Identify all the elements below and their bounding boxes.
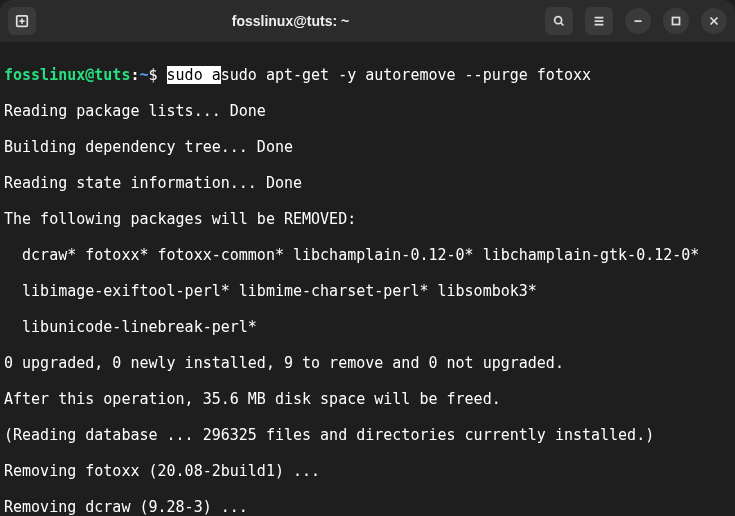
- search-button[interactable]: [545, 7, 573, 35]
- command-highlighted: sudo a: [167, 66, 221, 84]
- svg-point-3: [555, 17, 562, 24]
- output-line: 0 upgraded, 0 newly installed, 9 to remo…: [4, 354, 731, 372]
- output-line: dcraw* fotoxx* fotoxx-common* libchampla…: [4, 246, 731, 264]
- output-line: libimage-exiftool-perl* libmime-charset-…: [4, 282, 731, 300]
- output-line: Building dependency tree... Done: [4, 138, 731, 156]
- titlebar: fosslinux@tuts: ~: [0, 0, 735, 42]
- prompt-path: ~: [139, 66, 148, 84]
- output-line: After this operation, 35.6 MB disk space…: [4, 390, 731, 408]
- output-line: The following packages will be REMOVED:: [4, 210, 731, 228]
- terminal-output[interactable]: fosslinux@tuts:~$ sudo asudo apt-get -y …: [0, 42, 735, 516]
- command-rest: sudo apt-get -y autoremove --purge fotox…: [221, 66, 591, 84]
- output-line: Removing fotoxx (20.08-2build1) ...: [4, 462, 731, 480]
- maximize-button[interactable]: [663, 8, 689, 34]
- output-line: Reading state information... Done: [4, 174, 731, 192]
- new-tab-button[interactable]: [8, 7, 36, 35]
- output-line: (Reading database ... 296325 files and d…: [4, 426, 731, 444]
- prompt-user: fosslinux@tuts: [4, 66, 130, 84]
- output-line: Reading package lists... Done: [4, 102, 731, 120]
- window-title: fosslinux@tuts: ~: [44, 13, 537, 29]
- output-line: libunicode-linebreak-perl*: [4, 318, 731, 336]
- command-line: fosslinux@tuts:~$ sudo asudo apt-get -y …: [4, 66, 731, 84]
- svg-rect-9: [673, 18, 680, 25]
- output-line: Removing dcraw (9.28-3) ...: [4, 498, 731, 516]
- close-button[interactable]: [701, 8, 727, 34]
- prompt-dollar: $: [149, 66, 158, 84]
- menu-button[interactable]: [585, 7, 613, 35]
- minimize-button[interactable]: [625, 8, 651, 34]
- svg-line-4: [561, 23, 564, 26]
